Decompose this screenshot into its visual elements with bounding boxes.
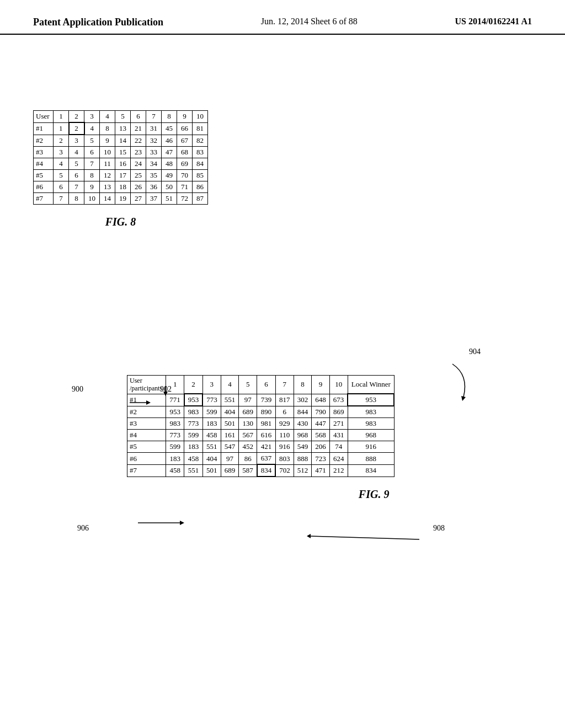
svg-marker-6 [180,521,184,525]
col-header-7: 7 [146,111,162,123]
annotation-overlay [0,0,565,728]
table-row: #4 4 5 7 11 16 24 34 48 69 84 [34,158,208,170]
fig8-table: User 1 2 3 4 5 6 7 8 9 10 #1 1 2 4 8 13 … [33,110,208,205]
table-row: #2 953 983 599 404 689 890 6 844 790 869… [127,406,395,418]
fig8-section: User 1 2 3 4 5 6 7 8 9 10 #1 1 2 4 8 13 … [33,110,208,228]
table-row: #3 983 773 183 501 130 981 929 430 447 2… [127,418,395,430]
label-902: 902 [160,385,172,394]
col-header-local-winner: Local Winner [348,376,394,394]
table-row: #7 7 8 10 14 19 27 37 51 72 87 [34,193,208,205]
table-row: #6 183 458 404 97 86 637 803 888 723 624… [127,453,395,465]
table-row: #4 773 599 458 161 567 616 110 968 568 4… [127,430,395,441]
col-header-10: 10 [329,376,348,394]
col-header-2: 2 [184,376,203,394]
col-header-9: 9 [177,111,193,123]
svg-line-7 [309,536,419,539]
col-header-6: 6 [131,111,146,123]
publication-title: Patent Application Publication [33,17,163,28]
col-header-3: 3 [84,111,100,123]
col-header-user: User [34,111,54,123]
page-header: Patent Application Publication Jun. 12, … [0,0,565,35]
fig9-section: 900 902 904 906 908 User/participants 1 … [127,375,395,501]
table-row: #1 1 2 4 8 13 21 31 45 66 81 [34,122,208,135]
col-header-8: 8 [162,111,177,123]
col-header-9: 9 [312,376,330,394]
table-row: #1 771 953 773 551 97 739 817 302 648 67… [127,394,395,406]
patent-number: US 2014/0162241 A1 [455,17,532,26]
col-header-5: 5 [239,376,257,394]
table-row: #5 5 6 8 12 17 25 35 49 70 85 [34,170,208,181]
table-row: #7 458 551 501 689 587 834 702 512 471 2… [127,464,395,477]
col-header-7: 7 [275,376,294,394]
table-row: #6 6 7 9 13 18 26 36 50 71 86 [34,181,208,193]
label-900: 900 [72,385,83,394]
sheet-info: Jun. 12, 2014 Sheet 6 of 88 [261,17,358,26]
table-row: #3 3 4 6 10 15 23 33 47 68 83 [34,147,208,158]
svg-marker-8 [307,534,311,538]
col-header-6: 6 [257,376,276,394]
col-header-10: 10 [193,111,208,123]
col-header-4: 4 [221,376,239,394]
label-908: 908 [433,524,445,533]
col-header-1: 1 [54,111,69,123]
fig8-label: FIG. 8 [33,216,208,228]
table-row: #2 2 3 5 9 14 22 32 46 67 82 [34,135,208,147]
label-906: 906 [77,524,89,533]
col-header-2: 2 [69,111,84,123]
col-header-8: 8 [294,376,312,394]
col-header-5: 5 [115,111,131,123]
svg-marker-4 [461,396,466,401]
table-row: #5 599 183 551 547 452 421 916 549 206 7… [127,441,395,453]
col-header-3: 3 [202,376,221,394]
fig9-label: FIG. 9 [127,488,389,501]
col-header-4: 4 [100,111,115,123]
label-904: 904 [469,347,481,356]
